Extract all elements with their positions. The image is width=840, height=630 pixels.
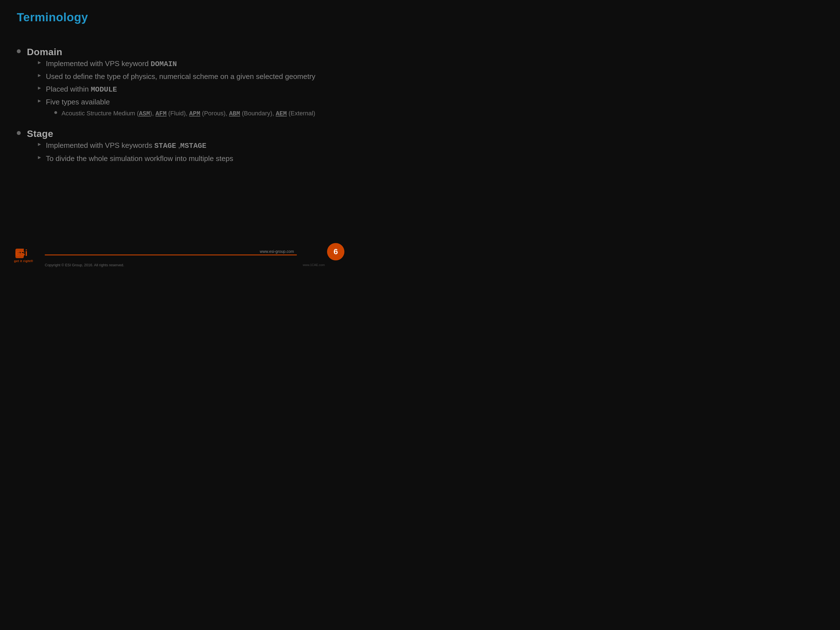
- domain-sub-sub-item-1: Acoustic Structure Medium (ASM), AFM (Fl…: [54, 109, 315, 118]
- slide: Terminology Domain ► Implemented with VP…: [0, 0, 358, 269]
- domain-sub-text-1: Implemented with VPS keyword DOMAIN: [46, 58, 177, 69]
- stage-sub-text-1: Implemented with VPS keywords STAGE ,MST…: [46, 140, 206, 151]
- domain-sub-text-2: Used to define the type of physics, nume…: [46, 71, 316, 82]
- sub-sub-dot-1: [54, 111, 57, 114]
- domain-sub-item-2: ► Used to define the type of physics, nu…: [37, 71, 315, 82]
- domain-sub-item-1: ► Implemented with VPS keyword DOMAIN: [37, 58, 315, 69]
- stage-sub-text-2: To divide the whole simulation workflow …: [46, 153, 233, 164]
- footer-copyright: Copyright © ESI Group, 2016. All rights …: [45, 263, 124, 267]
- footer-line: [45, 254, 297, 255]
- arrow-icon-1: ►: [37, 60, 42, 66]
- footer-logo: esi get it right®: [14, 246, 33, 263]
- domain-bullet: Domain ► Implemented with VPS keyword DO…: [17, 46, 342, 122]
- arrow-icon-4: ►: [37, 98, 42, 104]
- arrow-icon-5: ►: [37, 141, 42, 147]
- esi-tagline: get it right®: [14, 259, 33, 263]
- domain-label: Domain: [27, 46, 315, 57]
- arrow-icon-2: ►: [37, 73, 42, 78]
- stage-bullet: Stage ► Implemented with VPS keywords ST…: [17, 128, 342, 166]
- footer-url: www.esi-group.com: [260, 249, 294, 254]
- content-area: Domain ► Implemented with VPS keyword DO…: [0, 30, 358, 166]
- arrow-icon-6: ►: [37, 155, 42, 160]
- stage-sub-item-1: ► Implemented with VPS keywords STAGE ,M…: [37, 140, 233, 151]
- watermark: www.1CAE.com: [303, 263, 325, 267]
- domain-sub-sub-text-1: Acoustic Structure Medium (ASM), AFM (Fl…: [62, 109, 315, 118]
- esi-logo-svg: esi: [14, 246, 33, 259]
- domain-dot: [17, 49, 21, 53]
- domain-sub-item-4: ► Five types available Acoustic Stru: [37, 97, 315, 120]
- domain-sub-list: ► Implemented with VPS keyword DOMAIN ► …: [37, 58, 315, 120]
- domain-sub-text-3: Placed within MODULE: [46, 84, 117, 95]
- domain-sub-item-3: ► Placed within MODULE: [37, 84, 315, 95]
- stage-sub-item-2: ► To divide the whole simulation workflo…: [37, 153, 233, 164]
- slide-title: Terminology: [0, 0, 358, 24]
- stage-label: Stage: [27, 128, 233, 139]
- stage-sub-list: ► Implemented with VPS keywords STAGE ,M…: [37, 140, 233, 164]
- svg-text:esi: esi: [15, 248, 27, 258]
- stage-dot: [17, 131, 21, 135]
- arrow-icon-3: ►: [37, 85, 42, 91]
- domain-sub-sub-list: Acoustic Structure Medium (ASM), AFM (Fl…: [54, 109, 315, 118]
- page-number: 6: [327, 243, 344, 261]
- domain-sub-text-4: Five types available: [46, 98, 110, 106]
- esi-logo: esi get it right®: [14, 246, 33, 263]
